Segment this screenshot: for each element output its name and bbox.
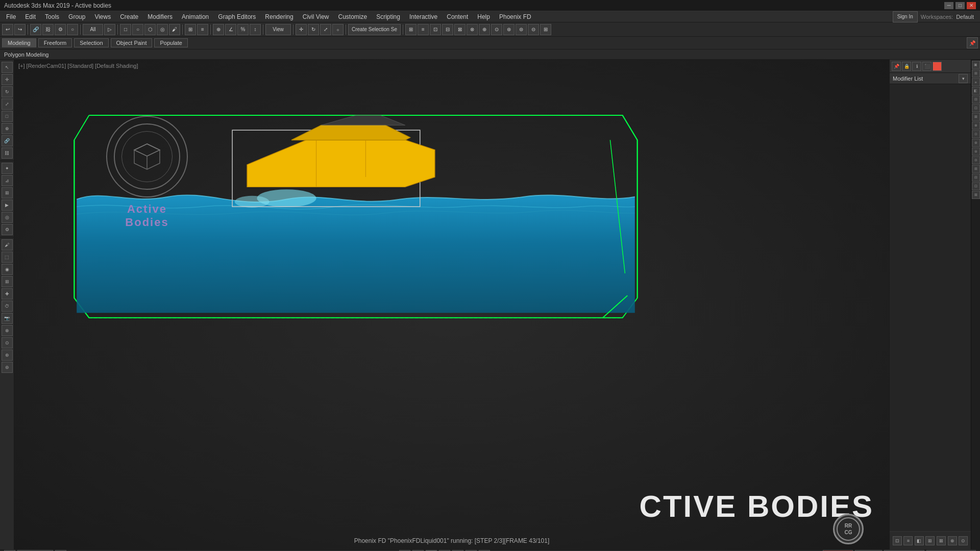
lp-grid-btn[interactable]: ⊞ [2,276,13,287]
extra-btn5[interactable]: ⊠ [454,24,465,35]
frp-icon-5[interactable]: ⊟ [972,95,980,104]
link-button[interactable]: 🔗 [30,24,41,35]
menu-help[interactable]: Help [473,12,494,21]
undo-button[interactable]: ↩ [2,24,13,35]
lp-extra-btn2[interactable]: ⊙ [2,337,13,348]
lp-extra-btn3[interactable]: ⊛ [2,349,13,361]
menu-create[interactable]: Create [116,12,142,21]
extra-btn9[interactable]: ⊛ [503,24,514,35]
redo-button[interactable]: ↪ [14,24,26,35]
lp-extra-btn1[interactable]: ⊗ [2,325,13,336]
rp-pin-btn[interactable]: 📌 [892,62,901,71]
menu-phoenix-fd[interactable]: Phoenix FD [495,12,535,21]
unlink-button[interactable]: ⛓ [42,24,54,35]
spinner-snap-btn[interactable]: ↕ [250,24,261,35]
rp-bottom-btn7[interactable]: ⊙ [959,536,968,545]
percent-snap-btn[interactable]: % [237,24,249,35]
lp-extra-btn4[interactable]: ⊜ [2,362,13,373]
frp-icon-12[interactable]: ⊝ [972,156,980,164]
frp-icon-7[interactable]: ⊠ [972,113,980,121]
align-btn[interactable]: ≡ [197,24,208,35]
lp-hierarchy-btn[interactable]: ⊞ [2,187,13,198]
lp-anim-btn[interactable]: ⏱ [2,300,13,312]
frp-icon-14[interactable]: ⊟ [972,173,980,182]
lp-link-btn[interactable]: 🔗 [2,135,13,146]
extra-btn11[interactable]: ⊝ [528,24,539,35]
extra-btn8[interactable]: ⊙ [491,24,502,35]
lp-snap-btn[interactable]: ⊕ [2,123,13,134]
frp-icon-11[interactable]: ⊜ [972,147,980,156]
lp-render-btn[interactable]: 📷 [2,313,13,324]
lp-rotate-btn[interactable]: ↻ [2,86,13,97]
rp-bottom-btn1[interactable]: ⊡ [893,536,902,545]
lp-xform-btn[interactable]: ✚ [2,288,13,299]
panel-pin-btn[interactable]: 📌 [967,37,978,48]
lp-unlink-btn[interactable]: ⛓ [2,147,13,159]
lp-create-btn[interactable]: ✦ [2,163,13,174]
extra-btn10[interactable]: ⊜ [516,24,527,35]
menu-graph-editors[interactable]: Graph Editors [214,12,260,21]
scale-btn[interactable]: ⤢ [320,24,331,35]
create-sel-set-btn[interactable]: Create Selection Se [348,24,401,35]
menu-file[interactable]: File [2,12,20,21]
minimize-button[interactable]: ─ [944,2,953,9]
bind-button[interactable]: ⚙ [55,24,66,35]
rotate-btn[interactable]: ↻ [308,24,319,35]
menu-content[interactable]: Content [443,12,472,21]
menu-views[interactable]: Views [90,12,115,21]
extra-btn6[interactable]: ⊗ [467,24,478,35]
rp-bottom-btn3[interactable]: ◧ [915,536,924,545]
lp-modify-btn[interactable]: ⊿ [2,175,13,186]
menu-customize[interactable]: Customize [334,12,372,21]
menu-interactive[interactable]: Interactive [405,12,442,21]
menu-tools[interactable]: Tools [41,12,63,21]
rp-color-btn[interactable] [933,62,942,71]
extra-btn3[interactable]: ⊡ [430,24,441,35]
lp-select-btn[interactable]: ↖ [2,62,13,73]
frp-icon-4[interactable]: ◧ [972,87,980,95]
frp-icon-13[interactable]: ⊞ [972,165,980,173]
frp-icon-1[interactable]: ▣ [972,61,980,69]
bind2-button[interactable]: ○ [67,24,78,35]
lp-display-btn[interactable]: ◎ [2,212,13,223]
frp-icon-9[interactable]: ⊙ [972,130,980,138]
menu-animation[interactable]: Animation [178,12,213,21]
rp-bottom-btn6[interactable]: ⊗ [948,536,957,545]
rp-expand-btn[interactable]: ⬛ [922,62,932,71]
close-button[interactable]: ✕ [967,2,976,9]
circ-sel-btn[interactable]: ○ [132,24,143,35]
frp-icon-15[interactable]: ⊡ [972,182,980,190]
modifier-list-dropdown[interactable]: ▾ [959,74,968,83]
move-btn[interactable]: ✛ [296,24,307,35]
menu-group[interactable]: Group [64,12,89,21]
snap-toggle-btn[interactable]: ⊕ [213,24,224,35]
lp-utility-btn[interactable]: ⚙ [2,224,13,235]
frp-icon-2[interactable]: ⊞ [972,69,980,78]
lp-isolate-btn[interactable]: ◉ [2,264,13,275]
extra-btn7[interactable]: ⊕ [479,24,490,35]
menu-rendering[interactable]: Rendering [261,12,297,21]
rp-bottom-btn4[interactable]: ⊞ [925,536,935,545]
extra-btn1[interactable]: ⊞ [405,24,416,35]
lp-move-btn[interactable]: ✛ [2,74,13,85]
extra-btn2[interactable]: ≡ [418,24,429,35]
rect-sel-btn[interactable]: □ [120,24,131,35]
lp-motion-btn[interactable]: ▶ [2,199,13,211]
fence-sel-btn[interactable]: ⬡ [144,24,156,35]
lp-paint-btn[interactable]: 🖌 [2,239,13,251]
frp-icon-10[interactable]: ⊛ [972,139,980,147]
menu-modifiers[interactable]: Modifiers [143,12,177,21]
squash-btn[interactable]: ⬦ [332,24,344,35]
frp-icon-6[interactable]: ⊡ [972,104,980,112]
frp-icon-8[interactable]: ⊗ [972,121,980,130]
select-mode-btn[interactable]: All [83,24,103,35]
lasso-sel-btn[interactable]: ◎ [157,24,168,35]
rp-info-btn[interactable]: ℹ [912,62,921,71]
paint-sel-btn[interactable]: 🖌 [169,24,180,35]
rp-bottom-btn2[interactable]: ≡ [903,536,913,545]
frp-icon-16[interactable]: ⊠ [972,191,980,199]
rp-lock-btn[interactable]: 🔒 [902,62,911,71]
menu-civil-view[interactable]: Civil View [299,12,333,21]
menu-scripting[interactable]: Scripting [372,12,404,21]
tab-object-paint[interactable]: Object Paint [111,38,153,47]
